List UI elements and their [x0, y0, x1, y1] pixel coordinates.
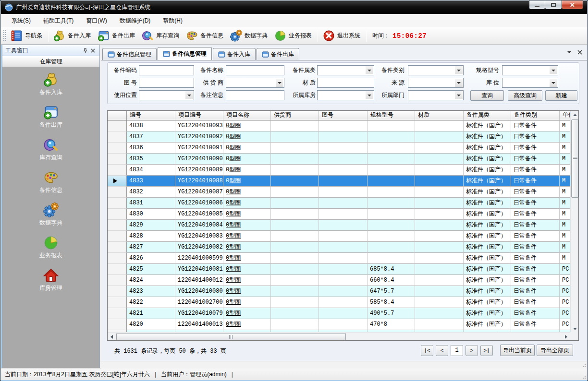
- table-cell[interactable]: 0型圈: [223, 286, 271, 297]
- table-cell[interactable]: YG12204010093: [175, 120, 223, 131]
- table-cell[interactable]: YG12204010086: [175, 198, 223, 209]
- table-cell[interactable]: 标准件（国产）: [464, 209, 511, 220]
- table-cell[interactable]: M: [560, 176, 570, 187]
- table-cell[interactable]: 4823: [127, 286, 175, 297]
- column-header-8[interactable]: 备件类别: [511, 111, 560, 120]
- table-cell[interactable]: M: [560, 198, 570, 209]
- table-cell[interactable]: [271, 131, 319, 143]
- close-button[interactable]: ✕: [562, 0, 583, 10]
- table-cell[interactable]: [368, 253, 415, 264]
- form-select-10[interactable]: [139, 90, 194, 100]
- table-cell[interactable]: [271, 319, 319, 330]
- row-selector-cell[interactable]: [108, 264, 127, 275]
- table-cell[interactable]: [415, 242, 464, 253]
- maximize-button[interactable]: [545, 0, 562, 10]
- table-cell[interactable]: [415, 319, 464, 330]
- table-cell[interactable]: 标准件（国产）: [464, 120, 511, 131]
- table-cell[interactable]: 1220401400013: [175, 319, 223, 330]
- table-cell[interactable]: [271, 165, 319, 176]
- table-cell[interactable]: PC: [560, 286, 570, 297]
- table-cell[interactable]: [415, 264, 464, 275]
- pin-icon[interactable]: [81, 47, 89, 54]
- table-cell[interactable]: [271, 253, 319, 264]
- toolbar-button-parts-inbound[interactable]: 备件入库: [50, 28, 95, 43]
- table-cell[interactable]: [319, 264, 368, 275]
- row-selector-cell[interactable]: [108, 242, 127, 253]
- table-cell[interactable]: 4821: [127, 308, 175, 319]
- toolbar-button-data-dictionary[interactable]: 数据字典: [227, 28, 271, 43]
- table-cell[interactable]: 0型圈: [223, 143, 271, 154]
- table-cell[interactable]: PC: [560, 319, 570, 330]
- table-cell[interactable]: 4824: [127, 275, 175, 286]
- table-cell[interactable]: [415, 286, 464, 297]
- table-row[interactable]: 4825YG122040100810型圈685*8.4标准件（国产）日常备件PC: [108, 264, 570, 275]
- menu-item-1[interactable]: 辅助工具(T): [37, 15, 80, 27]
- column-header-5[interactable]: 规格型号: [368, 111, 415, 120]
- table-cell[interactable]: 日常备件: [511, 220, 560, 231]
- row-selector-cell[interactable]: [108, 209, 127, 220]
- table-cell[interactable]: [271, 143, 319, 154]
- table-cell[interactable]: 4834: [127, 165, 175, 176]
- table-cell[interactable]: [319, 154, 368, 165]
- table-row[interactable]: 4831YG122040100860型圈标准件（国产）日常备件M: [108, 198, 570, 209]
- table-row[interactable]: 4823YG122040100800型圈647*5.7标准件（国产）日常备件PC: [108, 286, 570, 297]
- table-cell[interactable]: [319, 242, 368, 253]
- table-cell[interactable]: [415, 297, 464, 308]
- table-cell[interactable]: [271, 187, 319, 198]
- table-cell[interactable]: 0型圈: [223, 231, 271, 242]
- menu-item-2[interactable]: 窗口(W): [80, 15, 113, 27]
- dropdown-arrow-icon[interactable]: [455, 66, 463, 74]
- table-cell[interactable]: [368, 176, 415, 187]
- table-cell[interactable]: [368, 198, 415, 209]
- sidebar-item-parts-info[interactable]: 备件信息: [39, 169, 62, 193]
- table-cell[interactable]: 日常备件: [511, 242, 560, 253]
- tab-2[interactable]: 备件入库: [213, 48, 256, 60]
- table-cell[interactable]: 标准件（国产）: [464, 286, 511, 297]
- table-cell[interactable]: [271, 209, 319, 220]
- form-select-8[interactable]: [408, 78, 464, 88]
- table-cell[interactable]: 4831: [127, 198, 175, 209]
- row-selector-cell[interactable]: [108, 143, 127, 154]
- table-cell[interactable]: PC: [560, 264, 570, 275]
- table-cell[interactable]: [319, 131, 368, 143]
- table-row[interactable]: 4834YG122040100890型圈标准件（国产）日常备件M: [108, 165, 570, 176]
- table-cell[interactable]: [271, 275, 319, 286]
- table-row[interactable]: 4830YG122040100850型圈标准件（国产）日常备件M: [108, 209, 570, 220]
- tab-list-icon[interactable]: [566, 49, 573, 55]
- tab-0[interactable]: 备件信息管理: [102, 48, 157, 60]
- table-row[interactable]: 4836YG122040100910型圈标准件（国产）日常备件M: [108, 143, 570, 154]
- table-cell[interactable]: 日常备件: [511, 143, 560, 154]
- table-cell[interactable]: 4820: [127, 319, 175, 330]
- table-cell[interactable]: YG12204010082: [175, 242, 223, 253]
- row-selector-cell[interactable]: [108, 319, 127, 330]
- dropdown-arrow-icon[interactable]: [550, 79, 557, 87]
- table-cell[interactable]: 0型圈: [223, 253, 271, 264]
- row-selector-cell[interactable]: [108, 187, 127, 198]
- first-page-button[interactable]: |<: [421, 345, 433, 356]
- table-cell[interactable]: [368, 143, 415, 154]
- table-cell[interactable]: 标准件（国产）: [464, 275, 511, 286]
- table-cell[interactable]: 0型圈: [223, 264, 271, 275]
- table-cell[interactable]: 日常备件: [511, 231, 560, 242]
- form-input-11[interactable]: [226, 90, 284, 100]
- table-cell[interactable]: [415, 120, 464, 131]
- row-selector-cell[interactable]: [108, 275, 127, 286]
- table-cell[interactable]: [319, 165, 368, 176]
- table-cell[interactable]: [319, 286, 368, 297]
- table-row[interactable]: 482212204010027000型圈585*8.4标准件（国产）日常备件PC: [108, 297, 570, 308]
- table-cell[interactable]: M: [560, 231, 570, 242]
- table-cell[interactable]: [271, 242, 319, 253]
- table-cell[interactable]: 标准件（国产）: [464, 154, 511, 165]
- toolbar-button-business-report[interactable]: 业务报表: [271, 28, 316, 43]
- table-cell[interactable]: M: [560, 242, 570, 253]
- row-selector-cell[interactable]: [108, 154, 127, 165]
- table-cell[interactable]: [415, 176, 464, 187]
- table-cell[interactable]: [415, 165, 464, 176]
- table-cell[interactable]: 标准件（国产）: [464, 187, 511, 198]
- table-cell[interactable]: YG12204010088: [175, 176, 223, 187]
- table-cell[interactable]: M: [560, 253, 570, 264]
- table-row[interactable]: 4832YG122040100870型圈标准件（国产）日常备件M: [108, 187, 570, 198]
- table-cell[interactable]: [319, 198, 368, 209]
- column-header-6[interactable]: 材质: [415, 111, 464, 120]
- dropdown-arrow-icon[interactable]: [276, 79, 283, 87]
